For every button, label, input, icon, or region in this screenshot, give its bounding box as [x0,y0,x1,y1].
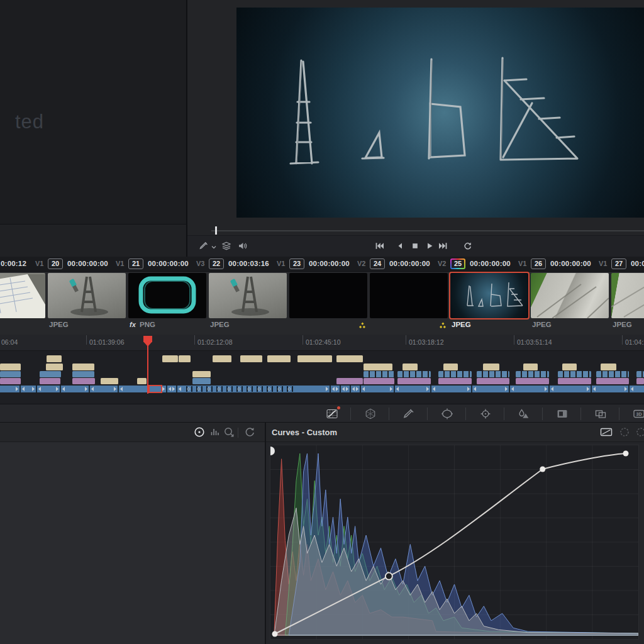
timeline-clip-blue[interactable] [192,378,211,384]
ruler-tick [303,335,303,345]
stereo3d-tool-icon[interactable]: 3D [633,408,644,420]
timeline-clip-tan[interactable] [297,355,332,362]
timeline-clip-purple[interactable] [596,378,629,384]
timeline-clip-tan[interactable] [443,364,458,370]
timeline-clip-blue[interactable] [72,371,94,377]
loop-button[interactable] [462,241,472,251]
timeline-clip-tan[interactable] [240,355,262,362]
thumbnail-clip-black[interactable] [289,273,367,318]
timeline-clip-tan[interactable] [364,364,392,370]
timeline-clip-blue-segmented[interactable] [596,371,629,377]
timeline-clip-purple[interactable] [516,378,549,384]
timeline-clip-tan[interactable] [402,364,418,370]
timeline-clip-tan[interactable] [47,355,62,362]
timeline-clip-tan[interactable] [336,355,363,362]
timeline-clip-tan[interactable] [523,364,538,370]
timeline-clip-blue[interactable] [0,371,21,377]
timeline-clip-tan[interactable] [137,378,147,384]
clip-number[interactable]: 21 [128,258,143,269]
window-tool-icon[interactable] [441,408,453,420]
skip-start-button[interactable] [374,241,384,251]
timeline-clip-purple[interactable] [636,378,644,384]
clip-number[interactable]: 22 [209,258,224,269]
custom-curve-plot[interactable] [270,445,638,639]
clip-number[interactable]: 20 [48,258,63,269]
custom-curve-icon[interactable] [600,426,613,439]
wheels-mode-icon[interactable] [194,426,205,438]
toolbar-separator [542,408,543,420]
speaker-icon[interactable] [238,241,248,251]
clip-number[interactable]: 26 [531,258,546,269]
clip-number[interactable]: 27 [611,258,626,269]
timeline-clip-tan[interactable] [267,355,291,362]
blur-tool-icon[interactable] [518,408,530,420]
timeline-clip-blue[interactable] [40,371,61,377]
timeline-clip-blue-segmented[interactable] [636,371,644,377]
layers-icon[interactable] [221,241,231,251]
timeline-clip-tan[interactable] [213,355,231,362]
timeline-clip-tan[interactable] [562,364,577,370]
timeline-clip-purple[interactable] [0,378,21,384]
timeline-clip-blue-segmented[interactable] [397,371,431,377]
timeline-clip-tan[interactable] [192,371,211,377]
warper-tool-icon[interactable] [364,408,377,420]
thumbnail-clip-curb2[interactable] [611,273,644,318]
timeline-clip-blue-segmented[interactable] [364,371,394,377]
timeline-clip-tan[interactable] [179,355,191,362]
bars-mode-icon[interactable] [209,426,220,438]
hue-circle-icon[interactable] [619,426,630,438]
timeline-clip-blue-segmented[interactable] [477,371,509,377]
timeline-clip-purple[interactable] [72,378,95,384]
key-tool-icon[interactable] [556,408,569,420]
timeline-clip-tan[interactable] [72,364,94,370]
viewer-scrubber[interactable] [211,230,644,231]
skip-end-button[interactable] [438,241,448,251]
clip-number[interactable]: 24 [370,258,385,269]
sizing-tool-icon[interactable] [594,408,607,420]
thumbnail-clip-black[interactable] [370,273,448,318]
chevron-down-icon[interactable] [211,245,216,250]
timeline-clip-blue-segmented[interactable] [438,371,472,377]
timeline-clip-blue-segmented[interactable] [558,371,591,377]
tracker-tool-icon[interactable] [479,408,492,420]
thumbnail-clip-easel[interactable] [48,273,126,318]
timeline-clip-purple[interactable] [336,378,363,384]
curves-tool-icon[interactable] [326,408,338,420]
reset-mode-icon[interactable] [244,426,255,438]
timeline-clip-tan[interactable] [601,364,616,370]
timeline-clip-tan[interactable] [0,364,21,370]
timeline-selected-clip[interactable] [148,385,162,393]
timeline-clip-purple[interactable] [477,378,509,384]
timeline-clip-purple[interactable] [364,378,394,384]
clip-timecode: 00:00:03:16 [228,260,269,267]
timeline-clip-tan[interactable] [483,364,499,370]
log-mode-icon[interactable] [223,426,235,438]
qualifier-tool-icon[interactable] [402,408,415,420]
hue-circle-icon[interactable] [635,426,644,438]
timeline-clip-purple[interactable] [40,378,60,384]
thumbnail-clip-letters[interactable] [450,273,528,318]
viewer-playhead-tick[interactable] [215,226,217,235]
timeline-clip-tan[interactable] [101,378,118,384]
clip-timecode: 00:00:00:00 [550,260,591,267]
eyedropper-icon[interactable] [199,241,209,251]
thumbnail-clip-blueprint[interactable] [0,273,45,318]
timeline-clip-tan[interactable] [46,364,63,370]
timeline-clip-purple[interactable] [397,378,431,384]
clip-number[interactable]: 23 [289,258,304,269]
thumbnail-clip-mask[interactable] [128,273,206,318]
toolbar-separator [580,408,581,420]
toolbar-separator [389,408,389,420]
timeline-clip-blue-segmented[interactable] [516,371,549,377]
timeline-clip-purple[interactable] [438,378,472,384]
timeline-clip-purple[interactable] [558,378,591,384]
clip-number-selected[interactable]: 25 [450,258,465,269]
timeline-ruler[interactable]: 06:0401:01:39:0601:02:12:0801:02:45:1001… [0,335,644,351]
step-back-button[interactable] [395,241,405,251]
play-button[interactable] [425,241,435,251]
thumbnail-clip-curb[interactable] [531,273,609,318]
clip-flag-icon [358,322,366,330]
timeline-clip-tan[interactable] [162,355,178,362]
thumbnail-clip-easel[interactable] [209,273,287,318]
stop-button[interactable] [410,241,420,251]
